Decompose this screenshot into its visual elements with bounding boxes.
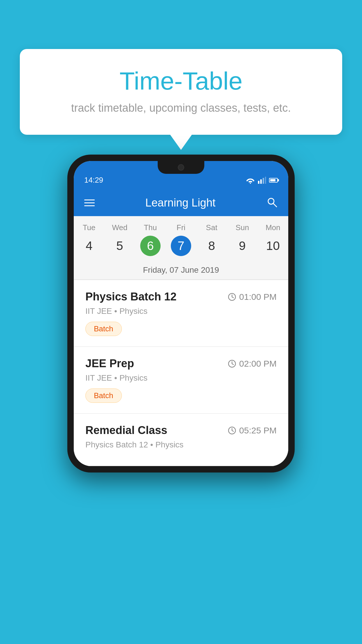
- event-title-1: Physics Batch 12: [85, 290, 177, 303]
- svg-line-15: [232, 430, 233, 431]
- app-title: Learning Light: [145, 197, 216, 209]
- selected-date-label: Friday, 07 June 2019: [74, 261, 288, 279]
- tooltip-card: Time-Table track timetable, upcoming cla…: [20, 49, 342, 135]
- event-sub-2: IIT JEE • Physics: [85, 373, 277, 383]
- day-name-sat: Sat: [206, 223, 217, 232]
- wifi-icon: [246, 177, 255, 184]
- day-col-wed[interactable]: Wed 5: [104, 221, 135, 258]
- event-header-3: Remedial Class 05:25 PM: [85, 424, 277, 437]
- day-col-mon[interactable]: Mon 10: [258, 221, 288, 258]
- svg-rect-2: [260, 179, 262, 184]
- day-col-fri[interactable]: Fri 7: [166, 221, 196, 258]
- day-number-fri: 7: [171, 236, 191, 256]
- day-name-thu: Thu: [144, 223, 157, 232]
- day-number-sun: 9: [232, 236, 252, 256]
- status-time: 14:29: [84, 176, 103, 185]
- event-time-3: 05:25 PM: [228, 426, 277, 435]
- event-time-2: 02:00 PM: [228, 359, 277, 369]
- day-number-mon: 10: [263, 236, 283, 256]
- event-card-physics-batch-12[interactable]: Physics Batch 12 01:00 PM IIT JEE • Phys…: [74, 280, 288, 347]
- clock-icon-3: [228, 426, 236, 435]
- event-title-2: JEE Prep: [85, 357, 134, 370]
- signal-icon: [258, 177, 266, 184]
- svg-line-9: [232, 297, 233, 298]
- event-header-1: Physics Batch 12 01:00 PM: [85, 290, 277, 303]
- day-number-wed: 5: [110, 236, 130, 256]
- day-col-sat[interactable]: Sat 8: [196, 221, 227, 258]
- event-title-3: Remedial Class: [85, 424, 167, 437]
- day-name-wed: Wed: [112, 223, 127, 232]
- svg-rect-4: [265, 177, 266, 184]
- calendar-section: Tue 4 Wed 5 Thu 6 Fri 7: [74, 216, 288, 280]
- event-time-1: 01:00 PM: [228, 292, 277, 302]
- day-name-mon: Mon: [266, 223, 280, 232]
- tooltip-title: Time-Table: [43, 66, 319, 95]
- tooltip-subtitle: track timetable, upcoming classes, tests…: [43, 102, 319, 114]
- app-bar: Learning Light: [74, 189, 288, 216]
- day-name-tue: Tue: [83, 223, 96, 232]
- svg-rect-1: [258, 181, 259, 184]
- day-name-sun: Sun: [236, 223, 249, 232]
- hamburger-menu-icon[interactable]: [84, 200, 95, 206]
- week-days-row: Tue 4 Wed 5 Thu 6 Fri 7: [74, 216, 288, 261]
- hamburger-line-3: [84, 205, 95, 206]
- svg-rect-3: [263, 178, 264, 184]
- clock-icon-1: [228, 293, 236, 301]
- hamburger-line-2: [84, 202, 95, 203]
- search-icon: [266, 196, 278, 208]
- phone-wrapper: 14:29: [67, 155, 295, 473]
- day-number-thu: 6: [140, 236, 161, 256]
- phone-camera: [178, 164, 184, 171]
- battery-icon: [269, 178, 278, 183]
- day-col-sun[interactable]: Sun 9: [227, 221, 258, 258]
- batch-badge-1: Batch: [85, 322, 122, 336]
- event-card-remedial[interactable]: Remedial Class 05:25 PM Physics Batch 12…: [74, 414, 288, 466]
- batch-badge-2: Batch: [85, 388, 122, 403]
- event-sub-1: IIT JEE • Physics: [85, 307, 277, 316]
- hamburger-line-1: [84, 200, 95, 200]
- day-number-sat: 8: [201, 236, 222, 256]
- phone-screen: 14:29: [74, 161, 288, 466]
- clock-icon-2: [228, 359, 236, 368]
- svg-line-6: [273, 203, 277, 207]
- day-col-tue[interactable]: Tue 4: [74, 221, 104, 258]
- status-icons: [246, 177, 278, 184]
- search-button[interactable]: [266, 196, 278, 209]
- svg-line-12: [232, 364, 233, 365]
- day-name-fri: Fri: [177, 223, 185, 232]
- phone-notch: [158, 161, 204, 174]
- event-header-2: JEE Prep 02:00 PM: [85, 357, 277, 370]
- day-col-thu[interactable]: Thu 6: [135, 221, 166, 258]
- event-card-jee-prep[interactable]: JEE Prep 02:00 PM IIT JEE • Physics Batc…: [74, 347, 288, 414]
- svg-point-0: [250, 183, 251, 184]
- day-number-tue: 4: [79, 236, 99, 256]
- phone-outer: 14:29: [67, 155, 295, 473]
- event-sub-3: Physics Batch 12 • Physics: [85, 440, 277, 449]
